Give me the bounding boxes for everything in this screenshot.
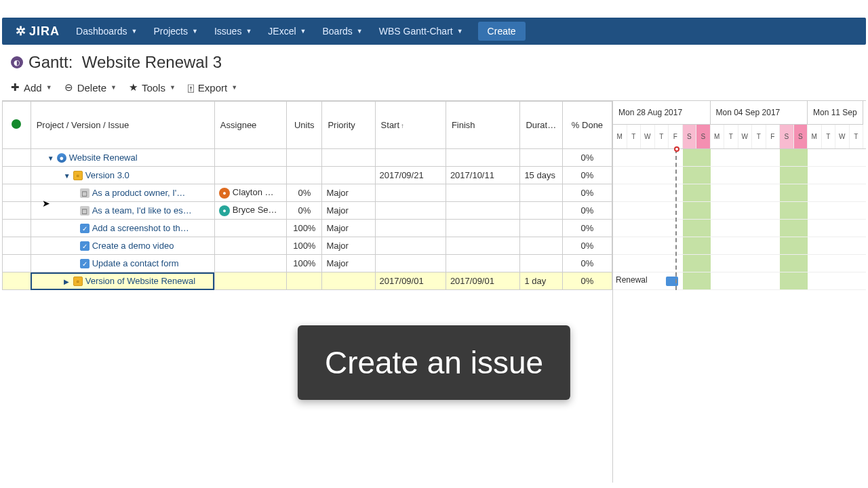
- row-duration-cell[interactable]: [520, 220, 563, 237]
- row-assignee-cell[interactable]: [214, 149, 286, 167]
- issue-name[interactable]: Update a contact form: [92, 258, 179, 268]
- nav-boards[interactable]: Boards▼: [315, 18, 369, 45]
- row-assignee-cell[interactable]: [214, 237, 286, 255]
- issue-name[interactable]: Website Renewal: [69, 152, 138, 163]
- row-units-cell[interactable]: 100%: [287, 255, 322, 272]
- row-units-cell[interactable]: [287, 272, 322, 290]
- row-priority-cell[interactable]: [322, 272, 375, 290]
- row-duration-cell[interactable]: [520, 237, 563, 255]
- row-duration-cell[interactable]: [520, 149, 563, 167]
- row-start-cell[interactable]: [375, 255, 446, 272]
- row-assignee-cell[interactable]: [214, 255, 286, 272]
- col-status[interactable]: [3, 102, 31, 149]
- col-duration[interactable]: Durati…: [520, 102, 563, 149]
- col-priority[interactable]: Priority: [322, 102, 375, 149]
- table-row[interactable]: ✓Update a contact form100%Major0%: [3, 255, 612, 272]
- row-assignee-cell[interactable]: [214, 167, 286, 184]
- col-assignee[interactable]: Assignee: [214, 102, 286, 149]
- row-finish-cell[interactable]: [446, 255, 520, 272]
- timeline-row[interactable]: [613, 184, 866, 202]
- tree-toggle-icon[interactable]: ▶: [64, 278, 71, 285]
- row-finish-cell[interactable]: 2017/10/11: [446, 167, 520, 184]
- row-assignee-cell[interactable]: ●Bryce Se…: [214, 202, 286, 220]
- issue-name[interactable]: Create a demo video: [92, 241, 174, 251]
- table-row[interactable]: ▼▫Version 3.02017/09/212017/10/1115 days…: [3, 167, 612, 184]
- timeline-body[interactable]: Renewal: [613, 149, 866, 290]
- row-done-cell[interactable]: 0%: [562, 255, 612, 272]
- row-done-cell[interactable]: 0%: [562, 272, 612, 290]
- tree-toggle-icon[interactable]: ▼: [47, 155, 54, 162]
- row-start-cell[interactable]: [375, 149, 446, 167]
- row-units-cell[interactable]: 100%: [287, 237, 322, 255]
- col-start[interactable]: Start↑: [375, 102, 446, 149]
- nav-issues[interactable]: Issues▼: [208, 18, 258, 45]
- row-name-cell[interactable]: ✓Add a screenshot to th…: [31, 220, 214, 237]
- row-done-cell[interactable]: 0%: [562, 167, 612, 184]
- row-done-cell[interactable]: 0%: [562, 149, 612, 167]
- row-priority-cell[interactable]: Major: [322, 237, 375, 255]
- nav-wbs-gantt[interactable]: WBS Gantt-Chart▼: [372, 18, 470, 45]
- row-duration-cell[interactable]: [520, 184, 563, 202]
- row-start-cell[interactable]: [375, 184, 446, 202]
- row-units-cell[interactable]: [287, 149, 322, 167]
- row-start-cell[interactable]: [375, 220, 446, 237]
- timeline-row[interactable]: [613, 237, 866, 255]
- create-button[interactable]: Create: [478, 22, 526, 41]
- tree-toggle-icon[interactable]: ▼: [64, 172, 71, 180]
- timeline-row[interactable]: [613, 149, 866, 167]
- row-name-cell[interactable]: ✓Create a demo video: [31, 237, 214, 255]
- row-finish-cell[interactable]: [446, 202, 520, 220]
- table-row[interactable]: ✓Add a screenshot to th…100%Major0%: [3, 220, 612, 237]
- row-finish-cell[interactable]: 2017/09/01: [446, 272, 520, 290]
- timeline-row[interactable]: [613, 220, 866, 237]
- row-priority-cell[interactable]: Major: [322, 255, 375, 272]
- row-assignee-cell[interactable]: ●Clayton …: [214, 184, 286, 202]
- col-units[interactable]: Units: [287, 102, 322, 149]
- export-button[interactable]: ⍐ Export ▼: [188, 81, 237, 94]
- row-duration-cell[interactable]: [520, 255, 563, 272]
- table-row[interactable]: ▼●Website Renewal0%: [3, 149, 612, 167]
- timeline-row[interactable]: [613, 202, 866, 220]
- timeline-row[interactable]: [613, 255, 866, 272]
- row-done-cell[interactable]: 0%: [562, 184, 612, 202]
- row-assignee-cell[interactable]: [214, 220, 286, 237]
- row-finish-cell[interactable]: [446, 149, 520, 167]
- row-priority-cell[interactable]: [322, 167, 375, 184]
- row-finish-cell[interactable]: [446, 237, 520, 255]
- row-name-cell[interactable]: ◻As a team, I'd like to es…: [31, 202, 214, 220]
- row-units-cell[interactable]: 0%: [287, 202, 322, 220]
- table-row[interactable]: ◻As a team, I'd like to es…●Bryce Se…0%M…: [3, 202, 612, 220]
- row-priority-cell[interactable]: Major: [322, 202, 375, 220]
- row-start-cell[interactable]: [375, 202, 446, 220]
- row-units-cell[interactable]: 0%: [287, 184, 322, 202]
- row-name-cell[interactable]: ◻As a product owner, I'…: [31, 184, 214, 202]
- issue-name[interactable]: Version 3.0: [85, 170, 130, 180]
- row-name-cell[interactable]: ✓Update a contact form: [31, 255, 214, 272]
- row-duration-cell[interactable]: 1 day: [520, 272, 563, 290]
- table-row[interactable]: ◻As a product owner, I'…●Clayton …0%Majo…: [3, 184, 612, 202]
- row-start-cell[interactable]: [375, 237, 446, 255]
- col-finish[interactable]: Finish: [446, 102, 520, 149]
- timeline-row[interactable]: [613, 167, 866, 184]
- row-name-cell[interactable]: ▼●Website Renewal: [31, 149, 214, 167]
- table-row[interactable]: ✓Create a demo video100%Major0%: [3, 237, 612, 255]
- timeline-pane[interactable]: Mon 28 Aug 2017Mon 04 Sep 2017Mon 11 Sep…: [612, 101, 866, 483]
- row-name-cell[interactable]: ▼▫Version 3.0: [31, 167, 214, 184]
- row-duration-cell[interactable]: 15 days: [520, 167, 563, 184]
- row-name-cell[interactable]: ▶▫Version of Website Renewal: [31, 272, 214, 290]
- nav-dashboards[interactable]: Dashboards▼: [69, 18, 144, 45]
- add-button[interactable]: ✚ Add ▼: [11, 81, 52, 94]
- nav-jexcel[interactable]: JExcel▼: [261, 18, 313, 45]
- row-assignee-cell[interactable]: [214, 272, 286, 290]
- issue-name[interactable]: As a team, I'd like to es…: [92, 205, 192, 216]
- row-finish-cell[interactable]: [446, 184, 520, 202]
- issue-name[interactable]: Add a screenshot to th…: [92, 223, 189, 233]
- row-finish-cell[interactable]: [446, 220, 520, 237]
- timeline-row[interactable]: Renewal: [613, 272, 866, 290]
- row-start-cell[interactable]: 2017/09/21: [375, 167, 446, 184]
- row-done-cell[interactable]: 0%: [562, 237, 612, 255]
- tools-button[interactable]: ★ Tools ▼: [129, 81, 176, 94]
- row-units-cell[interactable]: 100%: [287, 220, 322, 237]
- row-duration-cell[interactable]: [520, 202, 563, 220]
- col-done[interactable]: % Done: [562, 102, 612, 149]
